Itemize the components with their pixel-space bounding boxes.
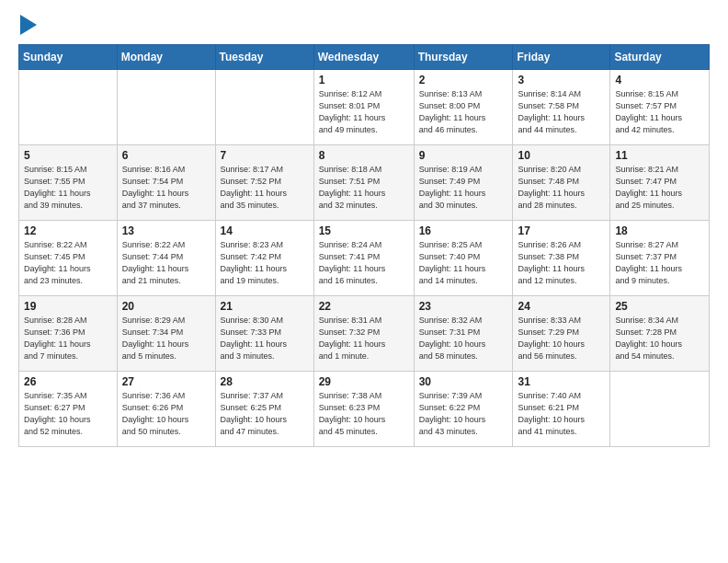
day-number: 13 — [122, 224, 210, 237]
header — [18, 15, 710, 35]
day-number: 20 — [122, 300, 210, 313]
calendar-cell: 15Sunrise: 8:24 AM Sunset: 7:41 PM Dayli… — [313, 221, 414, 296]
day-number: 14 — [221, 224, 309, 237]
calendar-cell: 11Sunrise: 8:21 AM Sunset: 7:47 PM Dayli… — [610, 145, 710, 221]
day-info: Sunrise: 8:33 AM Sunset: 7:29 PM Dayligh… — [518, 315, 605, 362]
day-number: 25 — [615, 300, 704, 313]
day-info: Sunrise: 8:27 AM Sunset: 7:37 PM Dayligh… — [615, 239, 704, 287]
calendar-cell — [117, 70, 215, 145]
calendar-cell: 19Sunrise: 8:28 AM Sunset: 7:36 PM Dayli… — [19, 296, 118, 372]
day-info: Sunrise: 7:36 AM Sunset: 6:26 PM Dayligh… — [122, 390, 210, 438]
calendar-cell: 30Sunrise: 7:39 AM Sunset: 6:22 PM Dayli… — [414, 372, 513, 447]
calendar-day-header: Saturday — [610, 45, 710, 70]
day-info: Sunrise: 8:17 AM Sunset: 7:52 PM Dayligh… — [221, 164, 309, 212]
day-number: 1 — [319, 74, 409, 86]
day-info: Sunrise: 7:38 AM Sunset: 6:23 PM Dayligh… — [319, 390, 409, 438]
calendar-cell: 3Sunrise: 8:14 AM Sunset: 7:58 PM Daylig… — [513, 70, 610, 145]
logo — [18, 15, 37, 35]
day-number: 16 — [419, 224, 508, 237]
day-info: Sunrise: 8:24 AM Sunset: 7:41 PM Dayligh… — [319, 239, 409, 287]
calendar-header-row: SundayMondayTuesdayWednesdayThursdayFrid… — [19, 45, 710, 70]
logo-icon — [20, 15, 37, 35]
day-number: 31 — [518, 375, 605, 388]
day-info: Sunrise: 8:16 AM Sunset: 7:54 PM Dayligh… — [122, 164, 210, 212]
calendar-day-header: Friday — [513, 45, 610, 70]
day-number: 29 — [319, 375, 409, 388]
day-number: 11 — [615, 149, 704, 162]
calendar-cell: 4Sunrise: 8:15 AM Sunset: 7:57 PM Daylig… — [610, 70, 710, 145]
calendar-cell — [215, 70, 313, 145]
calendar-cell: 27Sunrise: 7:36 AM Sunset: 6:26 PM Dayli… — [117, 372, 215, 447]
day-info: Sunrise: 8:12 AM Sunset: 8:01 PM Dayligh… — [319, 88, 409, 136]
day-info: Sunrise: 8:18 AM Sunset: 7:51 PM Dayligh… — [319, 164, 409, 212]
calendar-cell: 1Sunrise: 8:12 AM Sunset: 8:01 PM Daylig… — [313, 70, 414, 145]
calendar-cell: 23Sunrise: 8:32 AM Sunset: 7:31 PM Dayli… — [414, 296, 513, 372]
calendar-cell: 17Sunrise: 8:26 AM Sunset: 7:38 PM Dayli… — [513, 221, 610, 296]
svg-marker-0 — [20, 15, 37, 35]
day-info: Sunrise: 7:39 AM Sunset: 6:22 PM Dayligh… — [419, 390, 508, 438]
day-info: Sunrise: 8:25 AM Sunset: 7:40 PM Dayligh… — [419, 239, 508, 287]
day-info: Sunrise: 8:34 AM Sunset: 7:28 PM Dayligh… — [615, 315, 704, 362]
day-number: 30 — [419, 375, 508, 388]
day-info: Sunrise: 8:20 AM Sunset: 7:48 PM Dayligh… — [518, 164, 605, 212]
day-number: 15 — [319, 224, 409, 237]
day-number: 24 — [518, 300, 605, 313]
calendar-cell: 24Sunrise: 8:33 AM Sunset: 7:29 PM Dayli… — [513, 296, 610, 372]
day-number: 27 — [122, 375, 210, 388]
day-info: Sunrise: 8:13 AM Sunset: 8:00 PM Dayligh… — [419, 88, 508, 136]
day-number: 22 — [319, 300, 409, 313]
calendar-cell: 20Sunrise: 8:29 AM Sunset: 7:34 PM Dayli… — [117, 296, 215, 372]
day-number: 9 — [419, 149, 508, 162]
calendar-cell: 26Sunrise: 7:35 AM Sunset: 6:27 PM Dayli… — [19, 372, 118, 447]
calendar-cell: 21Sunrise: 8:30 AM Sunset: 7:33 PM Dayli… — [215, 296, 313, 372]
day-info: Sunrise: 8:22 AM Sunset: 7:45 PM Dayligh… — [24, 239, 112, 287]
day-info: Sunrise: 8:29 AM Sunset: 7:34 PM Dayligh… — [122, 315, 210, 362]
day-number: 28 — [221, 375, 309, 388]
day-info: Sunrise: 8:19 AM Sunset: 7:49 PM Dayligh… — [419, 164, 508, 212]
day-number: 10 — [518, 149, 605, 162]
day-number: 26 — [24, 375, 112, 388]
calendar-table: SundayMondayTuesdayWednesdayThursdayFrid… — [18, 44, 710, 447]
calendar-cell: 18Sunrise: 8:27 AM Sunset: 7:37 PM Dayli… — [610, 221, 710, 296]
page: SundayMondayTuesdayWednesdayThursdayFrid… — [0, 0, 728, 563]
calendar-cell: 29Sunrise: 7:38 AM Sunset: 6:23 PM Dayli… — [313, 372, 414, 447]
calendar-cell: 9Sunrise: 8:19 AM Sunset: 7:49 PM Daylig… — [414, 145, 513, 221]
day-info: Sunrise: 8:15 AM Sunset: 7:55 PM Dayligh… — [24, 164, 112, 212]
calendar-cell: 5Sunrise: 8:15 AM Sunset: 7:55 PM Daylig… — [19, 145, 118, 221]
calendar-cell: 22Sunrise: 8:31 AM Sunset: 7:32 PM Dayli… — [313, 296, 414, 372]
calendar-cell — [610, 372, 710, 447]
calendar-cell: 14Sunrise: 8:23 AM Sunset: 7:42 PM Dayli… — [215, 221, 313, 296]
calendar-cell: 25Sunrise: 8:34 AM Sunset: 7:28 PM Dayli… — [610, 296, 710, 372]
calendar-week-row: 5Sunrise: 8:15 AM Sunset: 7:55 PM Daylig… — [19, 145, 710, 221]
day-number: 19 — [24, 300, 112, 313]
calendar-day-header: Sunday — [19, 45, 118, 70]
day-info: Sunrise: 8:28 AM Sunset: 7:36 PM Dayligh… — [24, 315, 112, 362]
day-info: Sunrise: 8:21 AM Sunset: 7:47 PM Dayligh… — [615, 164, 704, 212]
day-number: 23 — [419, 300, 508, 313]
day-number: 18 — [615, 224, 704, 237]
day-info: Sunrise: 8:30 AM Sunset: 7:33 PM Dayligh… — [221, 315, 309, 362]
day-number: 2 — [419, 74, 508, 86]
calendar-cell: 2Sunrise: 8:13 AM Sunset: 8:00 PM Daylig… — [414, 70, 513, 145]
calendar-day-header: Monday — [117, 45, 215, 70]
calendar-cell: 8Sunrise: 8:18 AM Sunset: 7:51 PM Daylig… — [313, 145, 414, 221]
calendar-cell: 16Sunrise: 8:25 AM Sunset: 7:40 PM Dayli… — [414, 221, 513, 296]
day-number: 5 — [24, 149, 112, 162]
calendar-cell: 6Sunrise: 8:16 AM Sunset: 7:54 PM Daylig… — [117, 145, 215, 221]
day-number: 6 — [122, 149, 210, 162]
calendar-week-row: 1Sunrise: 8:12 AM Sunset: 8:01 PM Daylig… — [19, 70, 710, 145]
day-info: Sunrise: 8:23 AM Sunset: 7:42 PM Dayligh… — [221, 239, 309, 287]
calendar-day-header: Wednesday — [313, 45, 414, 70]
day-number: 8 — [319, 149, 409, 162]
day-info: Sunrise: 8:32 AM Sunset: 7:31 PM Dayligh… — [419, 315, 508, 362]
day-info: Sunrise: 8:22 AM Sunset: 7:44 PM Dayligh… — [122, 239, 210, 287]
calendar-cell: 13Sunrise: 8:22 AM Sunset: 7:44 PM Dayli… — [117, 221, 215, 296]
day-info: Sunrise: 8:26 AM Sunset: 7:38 PM Dayligh… — [518, 239, 605, 287]
calendar-day-header: Thursday — [414, 45, 513, 70]
calendar-cell: 10Sunrise: 8:20 AM Sunset: 7:48 PM Dayli… — [513, 145, 610, 221]
calendar-week-row: 12Sunrise: 8:22 AM Sunset: 7:45 PM Dayli… — [19, 221, 710, 296]
day-info: Sunrise: 7:37 AM Sunset: 6:25 PM Dayligh… — [221, 390, 309, 438]
day-info: Sunrise: 7:35 AM Sunset: 6:27 PM Dayligh… — [24, 390, 112, 438]
day-number: 7 — [221, 149, 309, 162]
day-number: 21 — [221, 300, 309, 313]
